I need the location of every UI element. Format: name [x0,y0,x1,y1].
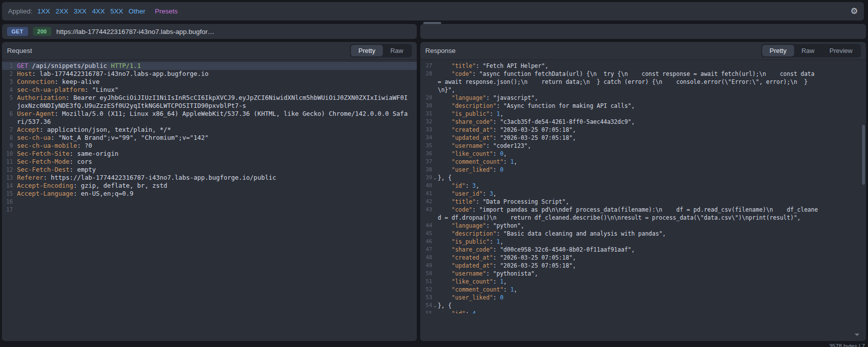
response-top-strip [420,24,866,39]
code-line: d = df.dropna()\n return df_cleaned.desc… [420,214,866,222]
code-line: 17 [2,206,417,214]
code-line: 51 "like_count": 1, [420,278,866,286]
code-line: 42 "title": "Data Processing Script", [420,198,866,206]
filter-4xx[interactable]: 4XX [92,7,105,15]
applied-label: Applied: [8,7,32,15]
code-line: 34 "updated_at": "2026-03-25 07:05:18", [420,134,866,142]
code-line: 7Accept: application/json, text/plain, *… [2,126,417,134]
response-panel-header: Response Pretty Raw Preview [420,42,866,60]
code-line: 9sec-ch-ua-mobile: ?0 [2,142,417,150]
code-line: \n}", [420,86,866,94]
status-code-badge: 200 [33,27,51,36]
request-panel-header: Request Pretty Raw [2,42,417,60]
code-line: 11Sec-Fetch-Mode: cors [2,158,417,166]
code-line: 49 "updated_at": "2026-03-25 07:05:18", [420,262,866,270]
vertical-scrollbar-thumb[interactable] [862,125,865,185]
code-line: 35 "username": "coder123", [420,142,866,150]
code-line: 16 [2,198,417,206]
tab-request-pretty[interactable]: Pretty [351,45,383,56]
code-line: 27 "title": "Fetch API Helper", [420,62,866,70]
tab-request-raw[interactable]: Raw [383,45,411,56]
settings-gear-icon[interactable]: ⚙ [851,7,858,15]
code-line: 40 "id": 3, [420,182,866,190]
request-panel: Request Pretty Raw 1GET /api/snippets/pu… [2,42,417,341]
code-line: = await response.json();\n return data;\… [420,78,866,86]
code-line: 30 "description": "Async function for ma… [420,102,866,110]
code-line: 5Authorization: Bearer eyJhbGciOiJIUzI1N… [2,94,417,102]
response-code-lines: 27 "title": "Fetch API Helper",28 "code"… [420,62,866,314]
code-line: 33 "created_at": "2026-03-25 07:05:18", [420,126,866,134]
code-line: 29 "language": "javascript", [420,94,866,102]
tab-response-preview[interactable]: Preview [822,45,860,56]
request-url: https://lab-1774422316787-i43no7.labs-ap… [56,28,215,35]
code-line: 32 "share_code": "c3acb35f-de54-4261-8ff… [420,118,866,126]
fold-chevron-icon: ⌄ [432,302,438,310]
code-line: 55 "id": 4, [420,310,866,314]
request-panel-title: Request [7,47,32,54]
response-panel-title: Response [425,47,456,54]
code-line: 44 "language": "python", [420,222,866,230]
request-url-bar: GET 200 https://lab-1774422316787-i43no7… [2,24,417,39]
code-line: 13Referer: https://lab-1774422316787-i43… [2,174,417,182]
filter-3xx[interactable]: 3XX [74,7,87,15]
code-line: 47 "share_code": "d00ce958-32c6-4540-8b0… [420,246,866,254]
presets-link[interactable]: Presets [155,7,178,15]
filter-5xx[interactable]: 5XX [110,7,123,15]
filter-2xx[interactable]: 2XX [55,7,68,15]
code-line: 50 "username": "pythonista", [420,270,866,278]
code-line: 38 "user_liked": 0 [420,166,866,174]
code-line: 31 "is_public": 1, [420,110,866,118]
code-line: 45 "description": "Basic data cleaning a… [420,230,866,238]
code-line: 15Accept-Language: en-US,en;q=0.9 [2,190,417,198]
code-line: 4sec-ch-ua-platform: "Linux" [2,86,417,94]
response-panel: Response Pretty Raw Preview 27 "title": … [420,42,866,341]
filter-bar: Applied: 1XX 2XX 3XX 4XX 5XX Other Prese… [2,2,864,20]
code-line: 10Sec-Fetch-Site: same-origin [2,150,417,158]
fold-chevron-icon: ⌄ [432,174,438,182]
code-line: joxNzc0NDIyNDE3fQ.U9uZzzESf0U2yqItkNG6LW… [2,102,417,110]
code-line: ri/537.36 [2,118,417,126]
code-line: 1GET /api/snippets/public HTTP/1.1 [2,62,417,70]
code-line: 6User-Agent: Mozilla/5.0 (X11; Linux x86… [2,110,417,118]
code-line: 3Connection: keep-alive [2,78,417,86]
request-view-tabs: Pretty Raw [350,44,412,57]
code-line: 37 "comment_count": 1, [420,158,866,166]
response-code-editor[interactable]: 27 "title": "Fetch API Helper",28 "code"… [420,60,866,341]
code-line: 46 "is_public": 1, [420,238,866,246]
code-line: 53 "user_liked": 0 [420,294,866,302]
filter-other[interactable]: Other [128,7,145,15]
response-size-status: 3578 bytes | 7 [829,343,865,347]
code-line: 36 "like_count": 0, [420,150,866,158]
code-line: 8sec-ch-ua: "Not_A Brand";v="99", "Chrom… [2,134,417,142]
code-line: 2Host: lab-1774422316787-i43no7.labs-app… [2,70,417,78]
code-line: 14Accept-Encoding: gzip, deflate, br, zs… [2,182,417,190]
scroll-down-arrow-icon[interactable] [855,334,860,336]
request-code-editor[interactable]: 1GET /api/snippets/public HTTP/1.12Host:… [2,60,417,341]
response-view-tabs: Pretty Raw Preview [761,44,861,57]
tab-response-pretty[interactable]: Pretty [762,45,794,56]
code-line: 52 "comment_count": 1, [420,286,866,294]
code-line: 43 "code": "import pandas as pd\n\ndef p… [420,206,866,214]
code-line: 41 "user_id": 3, [420,190,866,198]
filter-1xx[interactable]: 1XX [37,7,50,15]
code-line: 54⌄}, { [420,302,866,310]
code-line: 28 "code": "async function fetchData(url… [420,70,866,78]
method-badge: GET [7,27,28,36]
tab-response-raw[interactable]: Raw [794,45,822,56]
code-line: 39⌄}, { [420,174,866,182]
code-line: 48 "created_at": "2026-03-25 07:05:18", [420,254,866,262]
code-line: 12Sec-Fetch-Dest: empty [2,166,417,174]
